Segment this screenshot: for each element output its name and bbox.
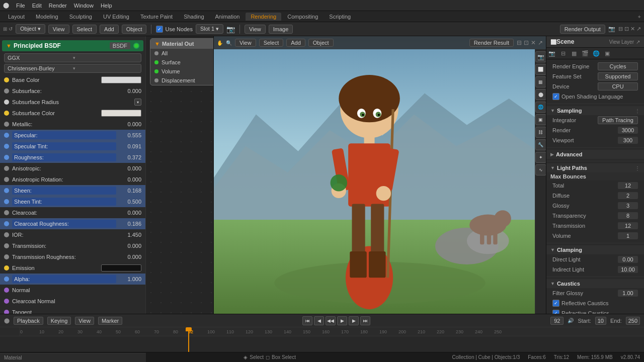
prop-specular[interactable]: Specular: 0.555 <box>0 130 145 141</box>
keying-btn[interactable]: Keying <box>47 317 71 325</box>
viewport-view-btn[interactable]: View <box>235 39 256 47</box>
material-output-node[interactable]: ▼ Material Out All Surface Volume <box>150 38 213 85</box>
emission-color-swatch[interactable] <box>101 264 141 272</box>
advanced-header[interactable]: ▶ Advanced <box>546 150 644 159</box>
play-btn[interactable]: ▶ <box>337 316 347 325</box>
prev-frame-btn[interactable]: ◀ <box>314 316 324 325</box>
prop-base-color[interactable]: Base Color <box>0 74 145 85</box>
specular-bar[interactable]: Specular: <box>12 131 116 139</box>
integrator-dropdown[interactable]: Path Tracing <box>598 116 638 124</box>
sampling-dots-icon[interactable]: ⋮ <box>635 108 640 114</box>
prop-transmission[interactable]: Transmission: 0.000 <box>0 240 145 251</box>
node-collapse-icon[interactable]: ▼ <box>6 43 12 49</box>
sheen-tint-bar[interactable]: Sheen Tint: <box>12 198 116 206</box>
vp-icon-nav[interactable]: ✋ <box>217 40 223 46</box>
tab-compositing[interactable]: Compositing <box>282 13 323 21</box>
frame-counter[interactable]: 92 <box>550 317 564 325</box>
vp-icon-2[interactable]: ⊡ <box>524 39 529 46</box>
props-icon-world2[interactable]: 🌐 <box>591 48 602 59</box>
subsurface-color-swatch[interactable] <box>101 110 141 117</box>
row-reflective-caustics[interactable]: Reflective Caustics <box>546 298 644 308</box>
object-btn[interactable]: Object <box>122 25 147 34</box>
object-dropdown[interactable]: Object ▾ <box>16 24 45 34</box>
device-dropdown[interactable]: CPU <box>598 82 638 90</box>
render-output-btn[interactable]: Render Output <box>560 25 605 34</box>
vp-icon-1[interactable]: ⊟ <box>517 39 522 46</box>
toolbar-icon-2[interactable]: ↺ <box>9 26 13 32</box>
vp-right-icon-phys[interactable]: ∿ <box>535 164 546 175</box>
distribution-dropdown[interactable]: GGX ▾ <box>4 53 141 62</box>
val-direct-light[interactable]: 0.00 <box>618 256 638 263</box>
props-icon-render[interactable]: 📷 <box>546 48 557 59</box>
audio-icon[interactable]: 🔊 <box>568 318 574 323</box>
vp-right-icon-world[interactable]: 🌐 <box>535 102 546 113</box>
play-reverse-btn[interactable]: ◀◀ <box>326 316 336 325</box>
prop-clearcoat-normal[interactable]: Clearcoat Normal <box>0 296 145 307</box>
feature-set-dropdown[interactable]: Supported <box>598 72 638 80</box>
use-nodes-toggle[interactable]: ✓ Use Nodes <box>156 26 192 33</box>
viewport-select-btn[interactable]: Select <box>259 39 284 47</box>
camera-icon[interactable]: 📷 <box>226 25 235 33</box>
timeline-icon[interactable]: ⬤ <box>4 318 10 323</box>
render-result-btn[interactable]: Render Result <box>469 39 514 47</box>
add-btn[interactable]: Add <box>100 25 119 34</box>
mo-row-displacement[interactable]: Displacement <box>150 76 213 85</box>
props-icon-vl[interactable]: ▦ <box>569 48 580 59</box>
row-refractive-caustics[interactable]: Refractive Caustics <box>546 308 644 314</box>
mo-row-all[interactable]: All <box>150 49 213 58</box>
open-shading-checkbox[interactable] <box>552 93 559 100</box>
vp-right-icon-camera[interactable]: 📷 <box>535 51 546 62</box>
prop-subsurface-radius[interactable]: Subsurface Radius ▾ <box>0 97 145 108</box>
tab-shading[interactable]: Shading <box>179 13 209 21</box>
vp-right-icon-mod[interactable]: 🔧 <box>535 139 546 150</box>
prop-tangent[interactable]: Tangent <box>0 307 145 314</box>
tab-layout[interactable]: Layout <box>3 13 30 21</box>
subsurface-radius-expand[interactable]: ▾ <box>134 99 141 106</box>
prop-transmission-roughness[interactable]: Transmission Roughness: 0.000 <box>0 251 145 262</box>
props-icon-obj2[interactable]: ▣ <box>602 48 613 59</box>
vp-icon-zoom[interactable]: 🔍 <box>226 40 232 46</box>
prop-emission[interactable]: Emission <box>0 262 145 274</box>
props-icon-scene2[interactable]: 🎬 <box>580 48 591 59</box>
prop-clearcoat-roughness[interactable]: Clearcoat Roughness: 0.186 <box>0 218 145 229</box>
end-frame-input[interactable]: 250 <box>626 317 640 325</box>
val-viewport-samples[interactable]: 300 <box>618 137 638 144</box>
prop-metallic[interactable]: Metallic: 0.000 <box>0 119 145 130</box>
add-tab-button[interactable]: + <box>638 14 641 20</box>
viewport-object-btn[interactable]: Object <box>308 39 334 47</box>
row-open-shading[interactable]: Open Shading Language <box>546 92 644 102</box>
vp-right-icon-render[interactable]: ▦ <box>535 76 546 87</box>
principled-bsdf-header[interactable]: ▼ Principled BSDF BSDF <box>2 40 143 51</box>
prop-clearcoat[interactable]: Clearcoat: 0.000 <box>0 207 145 218</box>
max-bounces-header[interactable]: Max Bounces <box>546 172 644 180</box>
val-volume-bounces[interactable]: 1 <box>618 232 638 239</box>
vp-icon-4[interactable]: ↗ <box>538 39 543 46</box>
sampling-header[interactable]: ▼ Sampling ⋮ <box>546 106 644 115</box>
reflective-caustics-checkbox[interactable] <box>552 300 559 307</box>
vp-right-icon-obj[interactable]: ▣ <box>535 114 546 125</box>
prop-alpha[interactable]: Alpha: 1.000 <box>0 274 145 285</box>
prop-sheen[interactable]: Sheen: 0.168 <box>0 185 145 196</box>
menu-help[interactable]: Help <box>101 3 112 9</box>
prop-roughness[interactable]: Roughness: 0.372 <box>0 152 145 163</box>
tab-sculpting[interactable]: Sculpting <box>64 13 97 21</box>
base-color-swatch[interactable] <box>101 76 141 83</box>
caustics-header[interactable]: ▼ Caustics <box>546 279 644 288</box>
menu-blender[interactable]: ⬤ <box>3 2 9 9</box>
alpha-bar[interactable]: Alpha: <box>12 275 116 283</box>
lp-dots-icon[interactable]: ⋮ <box>635 165 640 171</box>
prop-subsurface-color[interactable]: Subsurface Color <box>0 108 145 119</box>
props-expand-icon[interactable]: ↗ <box>636 39 640 45</box>
tab-uv-editing[interactable]: UV Editing <box>98 13 134 21</box>
vp-right-icon-mat[interactable]: ⬤ <box>535 89 546 100</box>
prop-anisotropic-rotation[interactable]: Anisotropic Rotation: 0.000 <box>0 174 145 185</box>
playback-btn[interactable]: Playback <box>14 317 43 325</box>
menu-window[interactable]: Window <box>74 3 94 9</box>
select2-label[interactable]: Select <box>250 354 264 360</box>
marker-btn[interactable]: Marker <box>98 317 122 325</box>
prop-subsurface[interactable]: Subsurface: 0.000 <box>0 85 145 97</box>
roughness-bar[interactable]: Roughness: <box>12 153 116 161</box>
toolbar-icons-group[interactable]: ⊟ ⊡ ✕ ↗ <box>618 26 641 32</box>
props-icon-1[interactable]: ⬜ <box>550 39 556 45</box>
view-btn-tl[interactable]: View <box>75 317 94 325</box>
